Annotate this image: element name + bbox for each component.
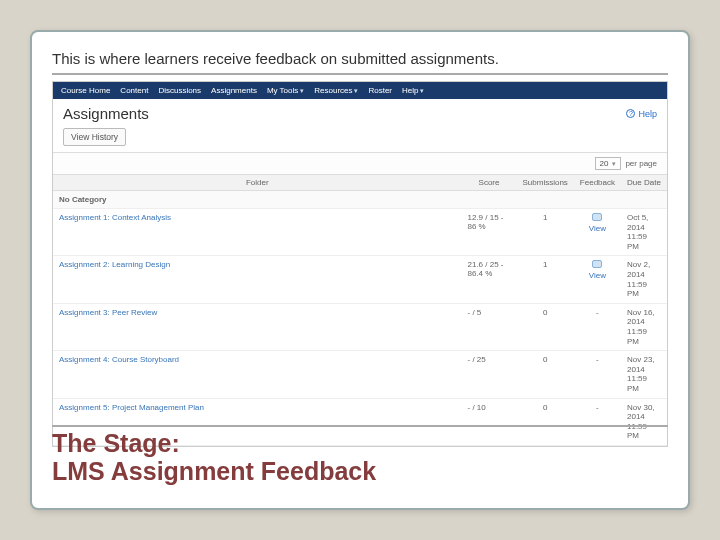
pagination-toolbar: 20 per page — [53, 152, 667, 174]
col-feedback: Feedback — [574, 175, 621, 191]
submissions-cell: 0 — [517, 351, 574, 398]
slide-card: This is where learners receive feedback … — [30, 30, 690, 510]
perpage-select[interactable]: 20 — [595, 157, 622, 170]
help-link[interactable]: ? Help — [626, 109, 657, 119]
perpage-label: per page — [625, 159, 657, 168]
nav-discussions[interactable]: Discussions — [158, 86, 201, 95]
table-row: Assignment 4: Course Storyboard - / 25 0… — [53, 351, 667, 398]
due-cell: Nov 2, 2014 11:59 PM — [621, 256, 667, 303]
perpage-value: 20 — [600, 159, 609, 168]
score-cell: 21.6 / 25 - 86.4 % — [462, 256, 517, 303]
nav-my-tools[interactable]: My Tools — [267, 86, 304, 95]
table-row: Assignment 2: Learning Design 21.6 / 25 … — [53, 256, 667, 303]
due-cell: Nov 16, 2014 11:59 PM — [621, 303, 667, 350]
slide-title-block: The Stage: LMS Assignment Feedback — [52, 425, 668, 487]
help-icon: ? — [626, 109, 635, 118]
slide-title-line2: LMS Assignment Feedback — [52, 457, 376, 485]
assignment-link[interactable]: Assignment 4: Course Storyboard — [59, 355, 179, 364]
nav-assignments[interactable]: Assignments — [211, 86, 257, 95]
feedback-cell: - — [574, 351, 621, 398]
nav-course-home[interactable]: Course Home — [61, 86, 110, 95]
help-link-label: Help — [638, 109, 657, 119]
submissions-cell: 1 — [517, 256, 574, 303]
col-submissions: Submissions — [517, 175, 574, 191]
nav-content[interactable]: Content — [120, 86, 148, 95]
col-score: Score — [462, 175, 517, 191]
assignment-link[interactable]: Assignment 2: Learning Design — [59, 260, 170, 269]
assignments-table: Folder Score Submissions Feedback Due Da… — [53, 174, 667, 446]
category-row: No Category — [53, 191, 667, 209]
submissions-cell: 0 — [517, 303, 574, 350]
score-cell: - / 25 — [462, 351, 517, 398]
due-cell: Nov 23, 2014 11:59 PM — [621, 351, 667, 398]
divider-top — [52, 73, 668, 75]
category-label: No Category — [53, 191, 667, 209]
slide-title-line1: The Stage: — [52, 429, 180, 457]
assignment-link[interactable]: Assignment 5: Project Management Plan — [59, 403, 204, 412]
feedback-view-link: View — [580, 271, 615, 280]
caption-top: This is where learners receive feedback … — [52, 50, 668, 67]
table-row: Assignment 1: Context Analysis 12.9 / 15… — [53, 209, 667, 256]
feedback-cell[interactable]: View — [574, 256, 621, 303]
col-due-date: Due Date — [621, 175, 667, 191]
due-cell: Oct 5, 2014 11:59 PM — [621, 209, 667, 256]
table-row: Assignment 3: Peer Review - / 5 0 - Nov … — [53, 303, 667, 350]
feedback-view-link: View — [580, 224, 615, 233]
slide-title: The Stage: LMS Assignment Feedback — [52, 429, 668, 487]
table-header-row: Folder Score Submissions Feedback Due Da… — [53, 175, 667, 191]
view-history-button[interactable]: View History — [63, 128, 126, 146]
page-header: Assignments ? Help — [53, 99, 667, 124]
feedback-cell[interactable]: View — [574, 209, 621, 256]
nav-help[interactable]: Help — [402, 86, 424, 95]
score-cell: 12.9 / 15 - 86 % — [462, 209, 517, 256]
page-title: Assignments — [63, 105, 149, 122]
feedback-icon — [592, 260, 602, 268]
lms-screenshot: Course Home Content Discussions Assignme… — [52, 81, 668, 447]
divider-title — [52, 425, 668, 427]
submissions-cell: 1 — [517, 209, 574, 256]
lms-navbar: Course Home Content Discussions Assignme… — [53, 82, 667, 99]
nav-resources[interactable]: Resources — [314, 86, 358, 95]
feedback-icon — [592, 213, 602, 221]
assignment-link[interactable]: Assignment 3: Peer Review — [59, 308, 157, 317]
nav-roster[interactable]: Roster — [368, 86, 392, 95]
feedback-cell: - — [574, 303, 621, 350]
col-folder: Folder — [53, 175, 462, 191]
score-cell: - / 5 — [462, 303, 517, 350]
assignment-link[interactable]: Assignment 1: Context Analysis — [59, 213, 171, 222]
